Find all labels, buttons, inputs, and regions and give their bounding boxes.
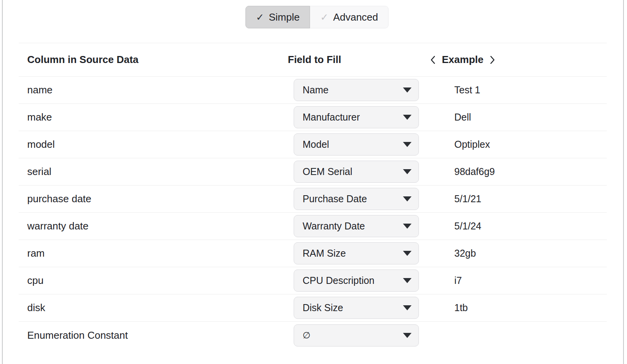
table-row: name Name Test 1 (19, 77, 607, 104)
caret-down-icon (403, 169, 412, 174)
mode-toggle: ✓ Simple ✓ Advanced (245, 6, 389, 28)
caret-down-icon (403, 224, 412, 229)
field-select-value: Purchase Date (303, 193, 367, 205)
example-value: 1tb (425, 302, 607, 313)
header-example: Example (425, 54, 607, 66)
field-select[interactable]: OEM Serial (294, 161, 419, 183)
mapping-table: Column in Source Data Field to Fill Exam… (19, 43, 607, 349)
source-column-label: model (19, 138, 288, 150)
source-column-label: make (19, 111, 288, 123)
caret-down-icon (403, 333, 412, 338)
table-header-row: Column in Source Data Field to Fill Exam… (19, 43, 607, 77)
caret-down-icon (403, 305, 412, 310)
field-select[interactable]: Manufacturer (294, 106, 419, 128)
table-row: ram RAM Size 32gb (19, 240, 607, 267)
field-select-value: OEM Serial (303, 166, 352, 177)
field-select-value: Disk Size (303, 302, 343, 313)
field-select[interactable]: CPU Description (294, 270, 419, 292)
source-column-label: ram (19, 247, 288, 259)
example-value: Test 1 (425, 84, 607, 96)
table-row: cpu CPU Description i7 (19, 267, 607, 294)
field-select-value: Manufacturer (303, 112, 360, 123)
tab-advanced[interactable]: ✓ Advanced (310, 6, 389, 28)
field-select[interactable]: ∅ (294, 324, 419, 346)
example-prev-icon[interactable] (429, 55, 437, 65)
source-column-label: name (19, 84, 288, 96)
table-row: model Model Optiplex (19, 131, 607, 158)
panel-left-border (2, 0, 3, 364)
source-column-label: disk (19, 302, 288, 314)
table-row: serial OEM Serial 98daf6g9 (19, 158, 607, 186)
field-select-value: Name (303, 84, 329, 96)
field-select[interactable]: RAM Size (294, 242, 419, 264)
tab-advanced-label: Advanced (333, 11, 378, 23)
example-value: i7 (425, 275, 607, 286)
caret-down-icon (403, 251, 412, 256)
panel-right-border (623, 0, 624, 364)
source-column-label: cpu (19, 275, 288, 287)
caret-down-icon (403, 278, 412, 283)
example-value: 5/1/24 (425, 220, 607, 232)
field-select[interactable]: Model (294, 133, 419, 156)
tab-simple-label: Simple (269, 11, 299, 23)
table-row: Enumeration Constant ∅ (19, 322, 607, 349)
field-select[interactable]: Disk Size (294, 297, 419, 319)
field-select-value: ∅ (303, 330, 310, 341)
table-row: disk Disk Size 1tb (19, 294, 607, 322)
source-column-label: serial (19, 166, 288, 178)
header-field-to-fill: Field to Fill (288, 54, 425, 66)
tab-simple[interactable]: ✓ Simple (245, 6, 310, 28)
field-select-value: RAM Size (303, 248, 346, 259)
source-column-label: warranty date (19, 220, 288, 232)
field-select[interactable]: Name (294, 79, 419, 101)
table-row: make Manufacturer Dell (19, 104, 607, 131)
caret-down-icon (403, 142, 412, 147)
example-value: Dell (425, 112, 607, 123)
source-column-label: Enumeration Constant (19, 329, 288, 341)
example-value: 5/1/21 (425, 193, 607, 205)
field-select-value: Model (303, 139, 329, 150)
caret-down-icon (403, 196, 412, 201)
header-source-column: Column in Source Data (19, 54, 288, 66)
caret-down-icon (403, 115, 412, 120)
mapping-rows: name Name Test 1 make Manufacturer Dell … (19, 77, 607, 349)
header-example-label: Example (442, 54, 483, 66)
source-column-label: purchase date (19, 193, 288, 205)
example-value: 98daf6g9 (425, 166, 607, 177)
table-row: warranty date Warranty Date 5/1/24 (19, 213, 607, 240)
field-select-value: Warranty Date (303, 220, 365, 232)
import-mapping-panel: ✓ Simple ✓ Advanced Column in Source Dat… (0, 0, 627, 364)
example-value: Optiplex (425, 139, 607, 150)
check-icon: ✓ (256, 12, 264, 22)
field-select-value: CPU Description (303, 275, 375, 286)
table-row: purchase date Purchase Date 5/1/21 (19, 186, 607, 213)
field-select[interactable]: Warranty Date (294, 215, 419, 237)
example-value: 32gb (425, 248, 607, 259)
check-icon: ✓ (320, 12, 328, 22)
field-select[interactable]: Purchase Date (294, 188, 419, 210)
example-next-icon[interactable] (489, 55, 496, 65)
caret-down-icon (403, 88, 412, 93)
